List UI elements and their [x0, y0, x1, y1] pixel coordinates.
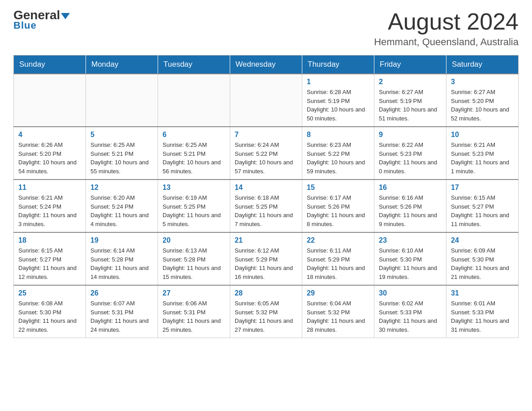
day-number: 11 — [18, 184, 81, 192]
day-number: 7 — [235, 131, 297, 139]
day-info: Sunrise: 6:13 AMSunset: 5:28 PMDaylight:… — [163, 246, 225, 281]
calendar-cell — [230, 74, 302, 127]
day-number: 16 — [379, 184, 442, 192]
calendar-cell: 3Sunrise: 6:27 AMSunset: 5:20 PMDaylight… — [446, 74, 519, 127]
calendar-cell: 30Sunrise: 6:02 AMSunset: 5:33 PMDayligh… — [374, 285, 446, 338]
header-right: August 2024 Hemmant, Queensland, Austral… — [374, 9, 519, 48]
calendar-cell: 24Sunrise: 6:09 AMSunset: 5:30 PMDayligh… — [446, 232, 519, 285]
day-info: Sunrise: 6:08 AMSunset: 5:30 PMDaylight:… — [18, 299, 81, 334]
calendar-cell: 26Sunrise: 6:07 AMSunset: 5:31 PMDayligh… — [86, 285, 158, 338]
calendar-cell: 8Sunrise: 6:23 AMSunset: 5:22 PMDaylight… — [302, 127, 374, 180]
calendar-header-row: SundayMondayTuesdayWednesdayThursdayFrid… — [14, 56, 519, 74]
day-number: 2 — [379, 78, 442, 86]
page-header: General Blue August 2024 Hemmant, Queens… — [13, 9, 519, 48]
calendar-cell: 31Sunrise: 6:01 AMSunset: 5:33 PMDayligh… — [446, 285, 519, 338]
day-info: Sunrise: 6:24 AMSunset: 5:22 PMDaylight:… — [235, 141, 297, 176]
day-number: 9 — [379, 131, 442, 139]
calendar-table: SundayMondayTuesdayWednesdayThursdayFrid… — [13, 55, 519, 338]
day-number: 13 — [163, 184, 225, 192]
day-number: 28 — [235, 289, 297, 297]
calendar-header-wednesday: Wednesday — [230, 56, 302, 74]
day-info: Sunrise: 6:09 AMSunset: 5:30 PMDaylight:… — [451, 246, 514, 281]
calendar-cell: 23Sunrise: 6:10 AMSunset: 5:30 PMDayligh… — [374, 232, 446, 285]
calendar-cell — [158, 74, 230, 127]
calendar-week-row: 1Sunrise: 6:28 AMSunset: 5:19 PMDaylight… — [14, 74, 519, 127]
day-number: 27 — [163, 289, 225, 297]
day-number: 31 — [451, 289, 514, 297]
calendar-week-row: 25Sunrise: 6:08 AMSunset: 5:30 PMDayligh… — [14, 285, 519, 338]
calendar-header-sunday: Sunday — [14, 56, 86, 74]
day-info: Sunrise: 6:16 AMSunset: 5:26 PMDaylight:… — [379, 193, 442, 228]
day-number: 5 — [90, 131, 153, 139]
calendar-cell: 13Sunrise: 6:19 AMSunset: 5:25 PMDayligh… — [158, 180, 230, 232]
day-number: 1 — [307, 78, 369, 86]
calendar-cell: 29Sunrise: 6:04 AMSunset: 5:32 PMDayligh… — [302, 285, 374, 338]
calendar-cell: 11Sunrise: 6:21 AMSunset: 5:24 PMDayligh… — [14, 180, 86, 232]
day-number: 15 — [307, 184, 369, 192]
calendar-cell: 12Sunrise: 6:20 AMSunset: 5:24 PMDayligh… — [86, 180, 158, 232]
month-title: August 2024 — [374, 9, 519, 34]
calendar-cell: 7Sunrise: 6:24 AMSunset: 5:22 PMDaylight… — [230, 127, 302, 180]
day-info: Sunrise: 6:21 AMSunset: 5:24 PMDaylight:… — [18, 193, 81, 228]
logo-blue: Blue — [13, 20, 37, 31]
calendar-cell — [14, 74, 86, 127]
calendar-cell: 20Sunrise: 6:13 AMSunset: 5:28 PMDayligh… — [158, 232, 230, 285]
day-number: 18 — [18, 236, 81, 244]
day-info: Sunrise: 6:27 AMSunset: 5:19 PMDaylight:… — [379, 88, 442, 123]
day-info: Sunrise: 6:11 AMSunset: 5:29 PMDaylight:… — [307, 246, 369, 281]
calendar-cell: 17Sunrise: 6:15 AMSunset: 5:27 PMDayligh… — [446, 180, 519, 232]
calendar-cell: 18Sunrise: 6:15 AMSunset: 5:27 PMDayligh… — [14, 232, 86, 285]
calendar-cell: 5Sunrise: 6:25 AMSunset: 5:21 PMDaylight… — [86, 127, 158, 180]
calendar-cell: 19Sunrise: 6:14 AMSunset: 5:28 PMDayligh… — [86, 232, 158, 285]
day-info: Sunrise: 6:27 AMSunset: 5:20 PMDaylight:… — [451, 88, 514, 123]
day-info: Sunrise: 6:25 AMSunset: 5:21 PMDaylight:… — [163, 141, 225, 176]
day-number: 25 — [18, 289, 81, 297]
calendar-cell: 14Sunrise: 6:18 AMSunset: 5:25 PMDayligh… — [230, 180, 302, 232]
day-info: Sunrise: 6:07 AMSunset: 5:31 PMDaylight:… — [90, 299, 153, 334]
calendar-week-row: 4Sunrise: 6:26 AMSunset: 5:20 PMDaylight… — [14, 127, 519, 180]
day-info: Sunrise: 6:15 AMSunset: 5:27 PMDaylight:… — [18, 246, 81, 281]
day-info: Sunrise: 6:14 AMSunset: 5:28 PMDaylight:… — [90, 246, 153, 281]
day-info: Sunrise: 6:12 AMSunset: 5:29 PMDaylight:… — [235, 246, 297, 281]
calendar-header-friday: Friday — [374, 56, 446, 74]
day-info: Sunrise: 6:17 AMSunset: 5:26 PMDaylight:… — [307, 193, 369, 228]
calendar-cell: 6Sunrise: 6:25 AMSunset: 5:21 PMDaylight… — [158, 127, 230, 180]
calendar-header-tuesday: Tuesday — [158, 56, 230, 74]
calendar-cell: 28Sunrise: 6:05 AMSunset: 5:32 PMDayligh… — [230, 285, 302, 338]
calendar-week-row: 18Sunrise: 6:15 AMSunset: 5:27 PMDayligh… — [14, 232, 519, 285]
day-info: Sunrise: 6:06 AMSunset: 5:31 PMDaylight:… — [163, 299, 225, 334]
calendar-cell: 1Sunrise: 6:28 AMSunset: 5:19 PMDaylight… — [302, 74, 374, 127]
day-number: 3 — [451, 78, 514, 86]
calendar-week-row: 11Sunrise: 6:21 AMSunset: 5:24 PMDayligh… — [14, 180, 519, 232]
day-info: Sunrise: 6:04 AMSunset: 5:32 PMDaylight:… — [307, 299, 369, 334]
day-info: Sunrise: 6:22 AMSunset: 5:23 PMDaylight:… — [379, 141, 442, 176]
day-number: 4 — [18, 131, 81, 139]
day-number: 26 — [90, 289, 153, 297]
calendar-header-thursday: Thursday — [302, 56, 374, 74]
day-info: Sunrise: 6:02 AMSunset: 5:33 PMDaylight:… — [379, 299, 442, 334]
day-number: 12 — [90, 184, 153, 192]
day-info: Sunrise: 6:26 AMSunset: 5:20 PMDaylight:… — [18, 141, 81, 176]
logo: General Blue — [13, 9, 70, 31]
day-info: Sunrise: 6:28 AMSunset: 5:19 PMDaylight:… — [307, 88, 369, 123]
day-number: 29 — [307, 289, 369, 297]
logo-triangle-icon — [61, 13, 70, 19]
day-info: Sunrise: 6:19 AMSunset: 5:25 PMDaylight:… — [163, 193, 225, 228]
day-info: Sunrise: 6:05 AMSunset: 5:32 PMDaylight:… — [235, 299, 297, 334]
day-number: 6 — [163, 131, 225, 139]
calendar-cell: 4Sunrise: 6:26 AMSunset: 5:20 PMDaylight… — [14, 127, 86, 180]
day-info: Sunrise: 6:25 AMSunset: 5:21 PMDaylight:… — [90, 141, 153, 176]
calendar-header-monday: Monday — [86, 56, 158, 74]
calendar-cell: 22Sunrise: 6:11 AMSunset: 5:29 PMDayligh… — [302, 232, 374, 285]
day-number: 8 — [307, 131, 369, 139]
day-info: Sunrise: 6:01 AMSunset: 5:33 PMDaylight:… — [451, 299, 514, 334]
calendar-cell: 9Sunrise: 6:22 AMSunset: 5:23 PMDaylight… — [374, 127, 446, 180]
location: Hemmant, Queensland, Australia — [374, 36, 519, 48]
day-number: 21 — [235, 236, 297, 244]
day-info: Sunrise: 6:10 AMSunset: 5:30 PMDaylight:… — [379, 246, 442, 281]
day-number: 10 — [451, 131, 514, 139]
calendar-cell: 10Sunrise: 6:21 AMSunset: 5:23 PMDayligh… — [446, 127, 519, 180]
calendar-cell: 21Sunrise: 6:12 AMSunset: 5:29 PMDayligh… — [230, 232, 302, 285]
day-info: Sunrise: 6:15 AMSunset: 5:27 PMDaylight:… — [451, 193, 514, 228]
day-number: 30 — [379, 289, 442, 297]
